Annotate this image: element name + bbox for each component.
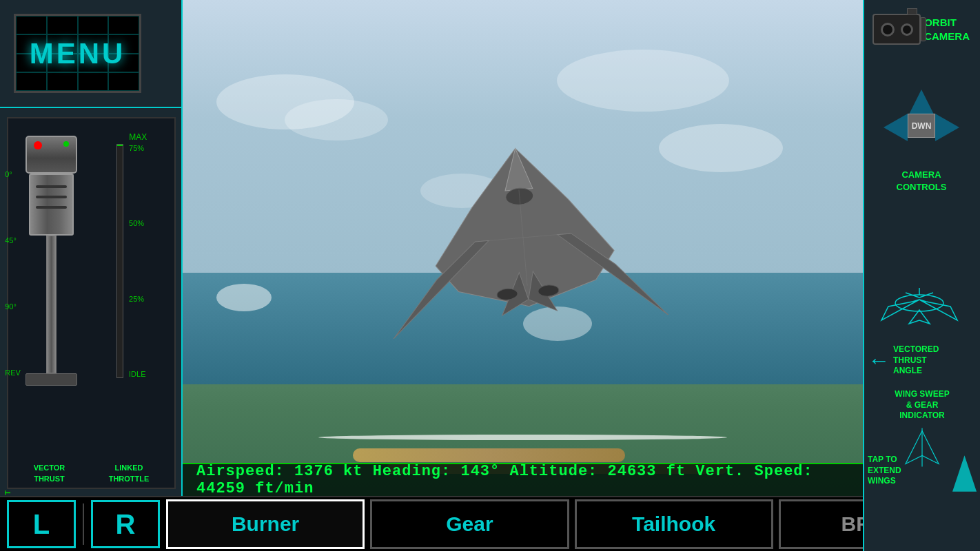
down-label: DWN <box>912 121 932 131</box>
throttle-idle: IDLE <box>129 370 145 378</box>
camera-controls-label: CAMERA CONTROLS <box>866 169 977 194</box>
camera-lens-left <box>881 23 895 37</box>
vectored-thrust-label: VECTORED THRUST ANGLE <box>893 344 939 377</box>
camera-button[interactable]: ORBIT CAMERA <box>872 14 970 45</box>
gear-button[interactable]: Gear <box>370 499 569 549</box>
hud-text: Airspeed: 1376 kt Heading: 143° Altitude… <box>196 463 849 497</box>
instruments-panel: 0° 45° 90° REV <box>7 117 176 489</box>
camera-lens-right <box>901 23 913 36</box>
degree-45: 45° <box>5 236 21 245</box>
cloud-2 <box>285 99 388 141</box>
degree-90: 90° <box>5 302 21 311</box>
aircraft-svg <box>342 120 703 355</box>
degree-0: 0° <box>5 170 21 178</box>
linked-throttle-control[interactable]: MAX 75% 50% 25% IDLE <box>95 129 168 378</box>
green-indicator <box>63 141 69 147</box>
throttle-75: 75% <box>129 144 145 152</box>
wing-sweep-label: WING SWEEP & GEAR INDICATOR <box>868 389 977 422</box>
camera-body <box>872 14 921 45</box>
roll-divider <box>83 503 84 545</box>
bottom-bar: L R Burner Gear Tailhook BRAKE <box>0 496 980 551</box>
roll-right-button[interactable]: R <box>91 500 160 548</box>
camera-grip <box>921 17 926 41</box>
aircraft-diagram <box>868 276 977 337</box>
roll-left-button[interactable]: L <box>7 500 76 548</box>
max-label: MAX <box>129 132 147 142</box>
orbit-camera-label: ORBIT CAMERA <box>924 16 970 43</box>
throttle-track[interactable] <box>116 144 123 378</box>
degree-rev: REV <box>5 368 21 377</box>
panel-divider <box>0 107 183 108</box>
extend-wings-arrow-icon <box>952 455 977 492</box>
vectored-thrust-indicator: ← VECTORED THRUST ANGLE <box>868 344 977 377</box>
burner-button[interactable]: Burner <box>166 499 365 549</box>
camera-right-button[interactable] <box>935 114 959 141</box>
arrow-cluster: DWN <box>884 90 959 165</box>
aircraft-diagram-svg <box>868 276 971 331</box>
thrust-arrow-icon: ← <box>868 349 890 371</box>
vector-thrust-control[interactable]: 0° 45° 90° REV <box>15 129 88 386</box>
menu-grid-decoration <box>16 16 139 91</box>
viewfinder <box>907 8 917 15</box>
extend-wings-button[interactable]: TAP TO EXTEND WINGS <box>868 455 977 492</box>
camera-down-button[interactable]: DWN <box>908 114 935 138</box>
aircraft-model <box>342 120 703 355</box>
camera-left-button[interactable] <box>884 114 908 141</box>
red-indicator <box>34 141 42 149</box>
roll-controls: L R <box>3 497 163 551</box>
flight-view <box>183 0 863 496</box>
svg-marker-14 <box>909 310 930 324</box>
foam <box>318 435 726 440</box>
hud-bar: Airspeed: 1376 kt Heading: 143° Altitude… <box>183 463 863 496</box>
right-panel: ORBIT CAMERA DWN CAMERA CONTROLS <box>863 0 980 551</box>
menu-button[interactable]: MENU <box>14 14 141 93</box>
cloud-3 <box>557 50 729 112</box>
throttle-25: 25% <box>129 295 145 303</box>
extend-wings-label: TAP TO EXTEND WINGS <box>868 455 949 487</box>
tailhook-button[interactable]: Tailhook <box>575 499 773 549</box>
left-panel: MENU AUTOPILOT 0° 45° 90° REV <box>0 0 183 551</box>
sand-strip-1 <box>353 448 625 462</box>
camera-icon-group <box>872 14 921 45</box>
camera-controls: DWN CAMERA CONTROLS <box>866 90 977 194</box>
throttle-50: 50% <box>129 219 145 227</box>
vector-thrust-label: VECTOR THRUST <box>34 463 65 484</box>
camera-up-button[interactable] <box>908 90 935 117</box>
svg-marker-20 <box>952 455 977 492</box>
linked-throttle-label: LINKED THROTTLE <box>109 463 150 484</box>
